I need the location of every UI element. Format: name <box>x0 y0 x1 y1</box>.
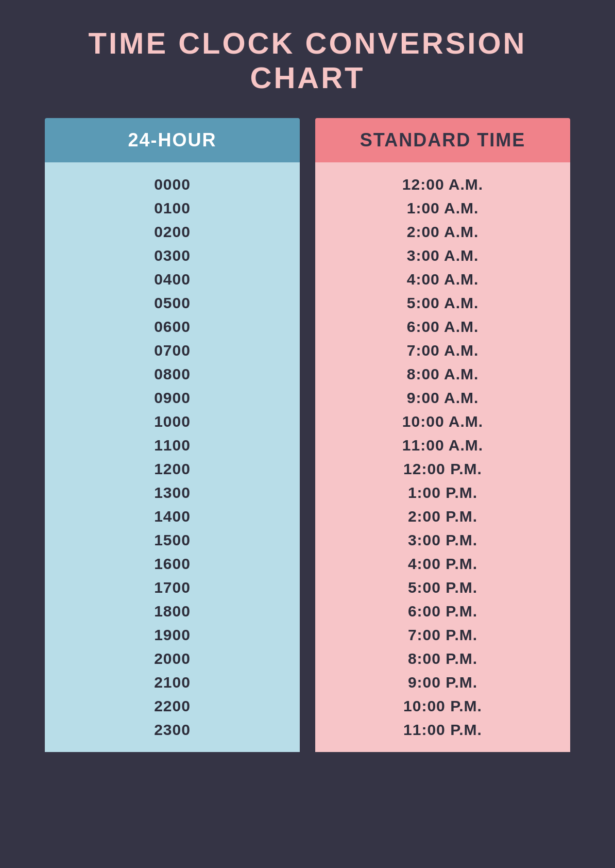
standard-time-value: 10:00 P.M. <box>403 697 482 715</box>
table-row: 11:00 A.M. <box>320 433 565 457</box>
military-time-value: 1800 <box>154 603 191 620</box>
military-time-value: 0700 <box>154 342 191 359</box>
standard-time-value: 1:00 P.M. <box>408 484 477 502</box>
military-time-value: 1500 <box>154 531 191 549</box>
standard-time-value: 3:00 P.M. <box>408 531 477 549</box>
table-row: 1000 <box>50 410 295 433</box>
standard-time-value: 11:00 P.M. <box>403 721 482 739</box>
table-row: 0000 <box>50 173 295 196</box>
table-row: 0200 <box>50 220 295 244</box>
table-row: 3:00 A.M. <box>320 244 565 268</box>
military-time-value: 0900 <box>154 389 191 407</box>
column-body-24hour: 0000010002000300040005000600070008000900… <box>45 162 300 752</box>
standard-time-value: 12:00 A.M. <box>402 176 483 193</box>
standard-time-value: 11:00 A.M. <box>402 437 483 454</box>
table-row: 0100 <box>50 196 295 220</box>
military-time-value: 1200 <box>154 460 191 478</box>
standard-time-value: 2:00 P.M. <box>408 508 477 525</box>
table-row: 1900 <box>50 623 295 647</box>
military-time-value: 0000 <box>154 176 191 193</box>
table-row: 12:00 P.M. <box>320 457 565 481</box>
table-row: 9:00 P.M. <box>320 671 565 694</box>
military-time-value: 2000 <box>154 650 191 667</box>
table-row: 0400 <box>50 268 295 291</box>
military-time-value: 0500 <box>154 294 191 312</box>
standard-time-value: 6:00 P.M. <box>408 603 477 620</box>
standard-time-value: 4:00 P.M. <box>408 555 477 573</box>
table-row: 1:00 A.M. <box>320 196 565 220</box>
standard-time-value: 3:00 A.M. <box>407 247 479 264</box>
table-row: 2:00 A.M. <box>320 220 565 244</box>
standard-time-value: 6:00 A.M. <box>407 318 479 336</box>
table-row: 3:00 P.M. <box>320 528 565 552</box>
table-row: 2100 <box>50 671 295 694</box>
table-row: 1:00 P.M. <box>320 481 565 505</box>
table-row: 10:00 A.M. <box>320 410 565 433</box>
table-row: 0800 <box>50 362 295 386</box>
table-row: 2300 <box>50 718 295 742</box>
standard-time-value: 2:00 A.M. <box>407 223 479 241</box>
table-row: 12:00 A.M. <box>320 173 565 196</box>
standard-time-value: 4:00 A.M. <box>407 271 479 288</box>
table-row: 5:00 A.M. <box>320 291 565 315</box>
column-header-standard: STANDARD TIME <box>315 118 570 162</box>
table-row: 1700 <box>50 576 295 599</box>
military-time-value: 1600 <box>154 555 191 573</box>
conversion-table: 24-HOUR 00000100020003000400050006000700… <box>45 118 570 752</box>
standard-time-value: 1:00 A.M. <box>407 199 479 217</box>
military-time-value: 1000 <box>154 413 191 430</box>
table-row: 0500 <box>50 291 295 315</box>
military-time-value: 1400 <box>154 508 191 525</box>
column-standard: STANDARD TIME 12:00 A.M.1:00 A.M.2:00 A.… <box>315 118 570 752</box>
table-row: 1100 <box>50 433 295 457</box>
table-row: 11:00 P.M. <box>320 718 565 742</box>
table-row: 1800 <box>50 599 295 623</box>
table-row: 1200 <box>50 457 295 481</box>
table-row: 10:00 P.M. <box>320 694 565 718</box>
column-gap <box>300 118 315 752</box>
military-time-value: 0800 <box>154 365 191 383</box>
column-header-24hour: 24-HOUR <box>45 118 300 162</box>
military-time-value: 2200 <box>154 697 191 715</box>
table-row: 5:00 P.M. <box>320 576 565 599</box>
table-row: 2200 <box>50 694 295 718</box>
military-time-value: 0300 <box>154 247 191 264</box>
table-row: 2:00 P.M. <box>320 505 565 528</box>
table-row: 1400 <box>50 505 295 528</box>
standard-time-value: 5:00 A.M. <box>407 294 479 312</box>
military-time-value: 1700 <box>154 579 191 596</box>
table-row: 1300 <box>50 481 295 505</box>
military-time-value: 2300 <box>154 721 191 739</box>
military-time-value: 0600 <box>154 318 191 336</box>
table-row: 8:00 A.M. <box>320 362 565 386</box>
military-time-value: 2100 <box>154 674 191 691</box>
standard-time-value: 10:00 A.M. <box>402 413 483 430</box>
standard-time-value: 8:00 A.M. <box>407 365 479 383</box>
table-row: 0600 <box>50 315 295 339</box>
table-row: 1500 <box>50 528 295 552</box>
table-row: 7:00 P.M. <box>320 623 565 647</box>
table-row: 0300 <box>50 244 295 268</box>
table-row: 9:00 A.M. <box>320 386 565 410</box>
column-24hour: 24-HOUR 00000100020003000400050006000700… <box>45 118 300 752</box>
table-row: 1600 <box>50 552 295 576</box>
column-body-standard: 12:00 A.M.1:00 A.M.2:00 A.M.3:00 A.M.4:0… <box>315 162 570 752</box>
table-row: 2000 <box>50 647 295 671</box>
military-time-value: 1300 <box>154 484 191 502</box>
table-row: 4:00 P.M. <box>320 552 565 576</box>
table-row: 7:00 A.M. <box>320 339 565 362</box>
standard-time-value: 8:00 P.M. <box>408 650 477 667</box>
table-row: 8:00 P.M. <box>320 647 565 671</box>
military-time-value: 0400 <box>154 271 191 288</box>
page-title: TIME CLOCK CONVERSION CHART <box>41 26 574 95</box>
table-row: 6:00 A.M. <box>320 315 565 339</box>
standard-time-value: 9:00 A.M. <box>407 389 479 407</box>
standard-time-value: 7:00 A.M. <box>407 342 479 359</box>
military-time-value: 0200 <box>154 223 191 241</box>
table-row: 6:00 P.M. <box>320 599 565 623</box>
standard-time-value: 5:00 P.M. <box>408 579 477 596</box>
military-time-value: 1100 <box>154 437 191 454</box>
table-row: 4:00 A.M. <box>320 268 565 291</box>
standard-time-value: 7:00 P.M. <box>408 626 477 644</box>
standard-time-value: 12:00 P.M. <box>403 460 482 478</box>
